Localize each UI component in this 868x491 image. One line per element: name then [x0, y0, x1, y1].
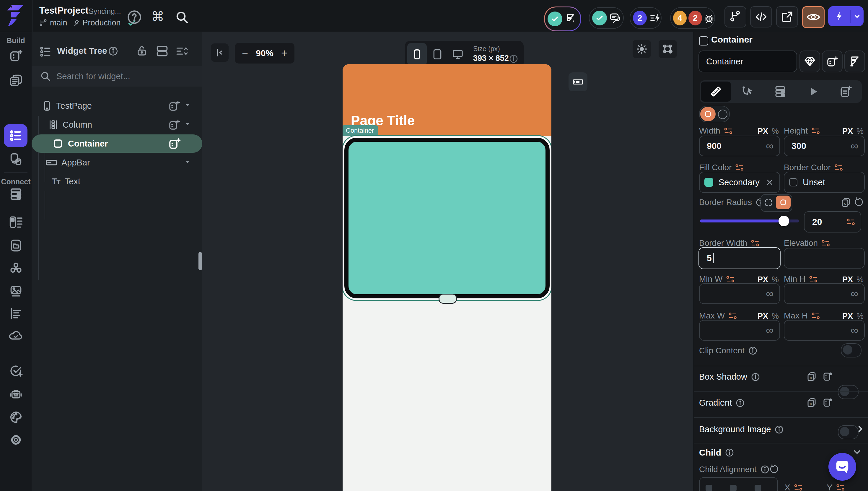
- tree-item-column[interactable]: Column: [32, 116, 202, 134]
- environment-name[interactable]: Production: [83, 18, 121, 27]
- box-shadow-toggle-off[interactable]: [838, 385, 859, 399]
- info-icon[interactable]: [108, 46, 118, 56]
- radius-individual-corners-option[interactable]: [764, 198, 773, 207]
- min-h-unit-toggle[interactable]: PX%: [838, 275, 864, 284]
- nav-ai-agent-icon[interactable]: [9, 387, 23, 401]
- actions-pill[interactable]: 2: [630, 7, 662, 29]
- zoom-in-button[interactable]: +: [281, 47, 287, 59]
- infinity-icon[interactable]: ∞: [766, 288, 774, 299]
- search-button[interactable]: [175, 10, 189, 24]
- border-color-input[interactable]: Unset: [784, 172, 865, 193]
- reset-radius-icon[interactable]: [854, 197, 864, 207]
- widget-select-checkbox[interactable]: [699, 36, 708, 46]
- appbar-quick-button[interactable]: [569, 73, 588, 91]
- help-button[interactable]: [127, 9, 142, 25]
- tree-item-testpage[interactable]: TestPage: [32, 96, 202, 115]
- collapse-chevron-icon[interactable]: [184, 158, 191, 168]
- set-from-widget-gradient-icon[interactable]: [822, 397, 833, 408]
- device-tablet-button[interactable]: [431, 49, 443, 60]
- child-alignment-info-icon[interactable]: [760, 465, 770, 474]
- tree-item-label[interactable]: AppBar: [61, 158, 90, 168]
- nav-add-widget-icon[interactable]: [9, 49, 23, 62]
- size-info-icon[interactable]: [509, 54, 518, 63]
- project-health-pill[interactable]: [544, 6, 581, 31]
- add-widget-icon[interactable]: [168, 100, 180, 112]
- nav-integrations-icon[interactable]: [9, 262, 23, 276]
- border-width-input-focused[interactable]: 5: [698, 247, 781, 269]
- set-from-widget-box-shadow-icon[interactable]: [822, 371, 833, 382]
- canvas-settings-button[interactable]: [659, 40, 677, 58]
- nav-app-assets-icon[interactable]: [9, 239, 23, 252]
- device-desktop-button[interactable]: [452, 49, 464, 60]
- zoom-out-button[interactable]: −: [242, 47, 248, 59]
- fill-color-variable-icon[interactable]: [735, 164, 745, 171]
- clip-content-toggle-off[interactable]: [841, 343, 862, 357]
- infinity-icon[interactable]: ∞: [850, 325, 858, 336]
- comments-pill[interactable]: [589, 7, 624, 29]
- nav-theme-icon[interactable]: [9, 410, 23, 424]
- lock-icon[interactable]: [136, 45, 148, 57]
- height-unit-toggle[interactable]: PX%: [838, 127, 864, 136]
- min-w-variable-icon[interactable]: [726, 275, 736, 283]
- elevation-input[interactable]: [784, 248, 865, 268]
- flutterflow-logo-icon[interactable]: [6, 4, 25, 29]
- widget-search[interactable]: Search for widget...: [32, 66, 202, 87]
- tree-expand-options-icon[interactable]: [175, 45, 188, 57]
- width-variable-icon[interactable]: [724, 127, 733, 135]
- nav-widget-tree-active[interactable]: [4, 124, 27, 147]
- radius-uniform-active[interactable]: [776, 196, 790, 209]
- tree-item-label[interactable]: Column: [63, 120, 92, 130]
- alignment-grid[interactable]: [699, 477, 778, 491]
- reset-alignment-icon[interactable]: [769, 464, 779, 474]
- canvas-area[interactable]: − 90% + Size (px) 393 × 852 Page Title C…: [202, 32, 693, 491]
- collapse-chevron-icon[interactable]: [184, 101, 191, 111]
- elevation-variable-icon[interactable]: [821, 239, 831, 247]
- run-button[interactable]: [828, 10, 850, 22]
- tree-item-appbar[interactable]: AppBar: [32, 153, 202, 172]
- shape-circle-option[interactable]: [718, 110, 727, 119]
- nav-components-icon[interactable]: [9, 152, 23, 166]
- shape-rectangle-active[interactable]: [700, 107, 716, 121]
- slider-thumb[interactable]: [779, 216, 789, 226]
- tab-test[interactable]: [808, 86, 819, 99]
- min-h-variable-icon[interactable]: [809, 275, 818, 283]
- tree-scrollbar-thumb[interactable]: [199, 252, 202, 270]
- width-input[interactable]: 900 ∞: [699, 136, 780, 156]
- max-h-unit-toggle[interactable]: PX%: [838, 312, 864, 321]
- max-w-input[interactable]: ∞: [699, 320, 780, 341]
- nav-media-icon[interactable]: [9, 285, 23, 298]
- gradient-info-icon[interactable]: [736, 398, 745, 408]
- infinity-icon[interactable]: ∞: [850, 288, 858, 299]
- child-collapse-chevron-icon[interactable]: [852, 446, 862, 457]
- branching-button[interactable]: [724, 6, 746, 27]
- collapse-panel-button[interactable]: [211, 44, 229, 62]
- background-image-chevron-icon[interactable]: [855, 424, 865, 434]
- nav-database-icon[interactable]: [9, 187, 23, 201]
- size-value[interactable]: 393 × 852: [473, 54, 509, 63]
- panel-layout-icon[interactable]: [156, 45, 169, 58]
- copy-box-shadow-icon[interactable]: c: [806, 371, 817, 382]
- nav-settings-icon[interactable]: [9, 433, 23, 447]
- light-mode-toggle-button[interactable]: [633, 40, 651, 58]
- infinity-icon[interactable]: ∞: [766, 325, 774, 336]
- tab-documentation[interactable]: [839, 85, 852, 98]
- selected-container-widget[interactable]: [345, 138, 550, 298]
- phone-mockup[interactable]: Page Title Container: [342, 64, 551, 491]
- open-app-button[interactable]: [776, 6, 798, 27]
- issues-pill[interactable]: 4 2: [670, 7, 715, 29]
- tree-item-container-selected[interactable]: Container: [32, 135, 202, 153]
- background-image-row[interactable]: Background Image: [699, 425, 784, 434]
- resize-handle[interactable]: [439, 294, 457, 304]
- border-color-variable-icon[interactable]: [834, 164, 844, 171]
- border-radius-input[interactable]: 20: [804, 211, 861, 232]
- fill-color-input[interactable]: Secondary: [699, 172, 780, 193]
- nav-cloud-functions-icon[interactable]: [8, 329, 23, 341]
- tab-design-active[interactable]: [701, 82, 731, 102]
- infinity-icon[interactable]: ∞: [850, 141, 858, 151]
- width-unit-toggle[interactable]: PX%: [753, 127, 779, 136]
- max-w-unit-toggle[interactable]: PX%: [753, 312, 779, 321]
- command-menu-button[interactable]: ⌘: [151, 9, 164, 24]
- child-info-icon[interactable]: [725, 448, 734, 457]
- add-child-widget-button[interactable]: [822, 51, 843, 73]
- copy-gradient-icon[interactable]: c: [806, 397, 817, 408]
